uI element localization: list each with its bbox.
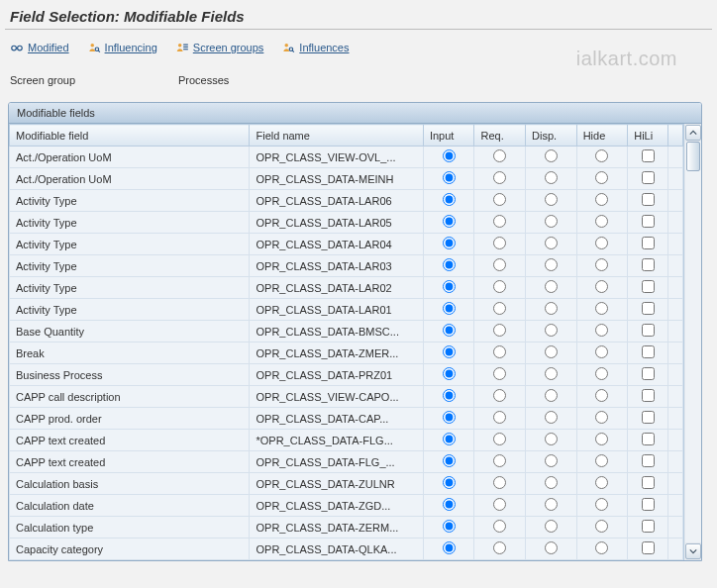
radio-input[interactable]	[443, 171, 456, 184]
checkbox-hili[interactable]	[642, 520, 655, 533]
radio-input[interactable]	[443, 433, 456, 445]
scroll-track[interactable]	[685, 142, 701, 542]
radio-hide[interactable]	[595, 324, 608, 337]
checkbox-hili[interactable]	[642, 498, 655, 511]
radio-input[interactable]	[443, 411, 456, 424]
table-row[interactable]: Base QuantityOPR_CLASS_DATA-BMSC...	[10, 321, 683, 343]
checkbox-hili[interactable]	[642, 302, 655, 315]
table-row[interactable]: CAPP text created*OPR_CLASS_DATA-FLG...	[10, 430, 683, 451]
table-row[interactable]: Act./Operation UoMOPR_CLASS_DATA-MEINH	[10, 168, 683, 190]
radio-input[interactable]	[443, 324, 456, 337]
screen-groups-button[interactable]: Screen groups	[175, 41, 264, 54]
radio-req[interactable]	[493, 171, 506, 184]
radio-hide[interactable]	[595, 389, 608, 402]
radio-req[interactable]	[493, 149, 506, 162]
radio-disp[interactable]	[545, 324, 558, 337]
radio-req[interactable]	[493, 411, 506, 424]
radio-disp[interactable]	[545, 433, 558, 445]
radio-input[interactable]	[443, 258, 456, 271]
checkbox-hili[interactable]	[642, 367, 655, 380]
radio-disp[interactable]	[545, 389, 558, 402]
col-header-field[interactable]: Modifiable field	[10, 125, 250, 147]
radio-hide[interactable]	[595, 498, 608, 511]
radio-req[interactable]	[493, 433, 506, 445]
scroll-up-button[interactable]	[685, 125, 701, 141]
radio-req[interactable]	[493, 541, 506, 554]
radio-hide[interactable]	[595, 520, 608, 533]
checkbox-hili[interactable]	[642, 193, 655, 206]
checkbox-hili[interactable]	[642, 215, 655, 228]
radio-req[interactable]	[493, 324, 506, 337]
checkbox-hili[interactable]	[642, 258, 655, 271]
radio-hide[interactable]	[595, 258, 608, 271]
table-row[interactable]: Business ProcessOPR_CLASS_DATA-PRZ01	[10, 364, 683, 386]
col-header-disp[interactable]: Disp.	[526, 125, 577, 147]
radio-req[interactable]	[493, 498, 506, 511]
checkbox-hili[interactable]	[642, 433, 655, 445]
radio-hide[interactable]	[595, 411, 608, 424]
table-row[interactable]: Activity TypeOPR_CLASS_DATA-LAR04	[10, 234, 683, 255]
col-header-hili[interactable]: HiLi	[628, 125, 668, 147]
radio-input[interactable]	[443, 476, 456, 489]
radio-disp[interactable]	[545, 411, 558, 424]
table-row[interactable]: Calculation basisOPR_CLASS_DATA-ZULNR	[10, 473, 683, 495]
radio-req[interactable]	[493, 237, 506, 249]
radio-hide[interactable]	[595, 171, 608, 184]
radio-input[interactable]	[443, 454, 456, 467]
radio-input[interactable]	[443, 520, 456, 533]
radio-disp[interactable]	[545, 345, 558, 358]
checkbox-hili[interactable]	[642, 476, 655, 489]
table-row[interactable]: Activity TypeOPR_CLASS_DATA-LAR05	[10, 212, 683, 234]
radio-input[interactable]	[443, 193, 456, 206]
radio-req[interactable]	[493, 280, 506, 293]
radio-req[interactable]	[493, 193, 506, 206]
radio-disp[interactable]	[545, 454, 558, 467]
table-row[interactable]: CAPP prod. orderOPR_CLASS_DATA-CAP...	[10, 408, 683, 430]
checkbox-hili[interactable]	[642, 345, 655, 358]
radio-input[interactable]	[443, 367, 456, 380]
table-row[interactable]: CAPP text createdOPR_CLASS_DATA-FLG_...	[10, 451, 683, 473]
radio-disp[interactable]	[545, 258, 558, 271]
radio-input[interactable]	[443, 302, 456, 315]
radio-disp[interactable]	[545, 280, 558, 293]
radio-disp[interactable]	[545, 149, 558, 162]
table-row[interactable]: Activity TypeOPR_CLASS_DATA-LAR02	[10, 277, 683, 299]
radio-hide[interactable]	[595, 193, 608, 206]
table-row[interactable]: Calculation dateOPR_CLASS_DATA-ZGD...	[10, 495, 683, 517]
radio-input[interactable]	[443, 498, 456, 511]
scroll-thumb[interactable]	[686, 142, 700, 171]
radio-req[interactable]	[493, 454, 506, 467]
checkbox-hili[interactable]	[642, 454, 655, 467]
col-header-input[interactable]: Input	[423, 125, 474, 147]
radio-req[interactable]	[493, 258, 506, 271]
radio-req[interactable]	[493, 367, 506, 380]
radio-req[interactable]	[493, 302, 506, 315]
table-row[interactable]: Activity TypeOPR_CLASS_DATA-LAR03	[10, 255, 683, 277]
radio-hide[interactable]	[595, 345, 608, 358]
influencing-button[interactable]: Influencing	[87, 41, 157, 54]
vertical-scrollbar[interactable]	[683, 124, 701, 560]
radio-disp[interactable]	[545, 476, 558, 489]
modified-button[interactable]: Modified	[10, 41, 69, 54]
scroll-down-button[interactable]	[685, 543, 701, 559]
radio-hide[interactable]	[595, 454, 608, 467]
radio-hide[interactable]	[595, 280, 608, 293]
radio-input[interactable]	[443, 215, 456, 228]
radio-req[interactable]	[493, 215, 506, 228]
table-row[interactable]: Capacity categoryOPR_CLASS_DATA-QLKA...	[10, 539, 683, 560]
radio-input[interactable]	[443, 280, 456, 293]
radio-disp[interactable]	[545, 541, 558, 554]
radio-disp[interactable]	[545, 498, 558, 511]
radio-disp[interactable]	[545, 215, 558, 228]
table-row[interactable]: Activity TypeOPR_CLASS_DATA-LAR06	[10, 190, 683, 212]
radio-input[interactable]	[443, 389, 456, 402]
checkbox-hili[interactable]	[642, 411, 655, 424]
table-row[interactable]: Act./Operation UoMOPR_CLASS_VIEW-OVL_...	[10, 147, 683, 168]
influences-button[interactable]: Influences	[281, 41, 349, 54]
col-header-req[interactable]: Req.	[474, 125, 526, 147]
radio-hide[interactable]	[595, 476, 608, 489]
radio-disp[interactable]	[545, 302, 558, 315]
table-row[interactable]: BreakOPR_CLASS_DATA-ZMER...	[10, 343, 683, 364]
radio-req[interactable]	[493, 389, 506, 402]
radio-hide[interactable]	[595, 149, 608, 162]
